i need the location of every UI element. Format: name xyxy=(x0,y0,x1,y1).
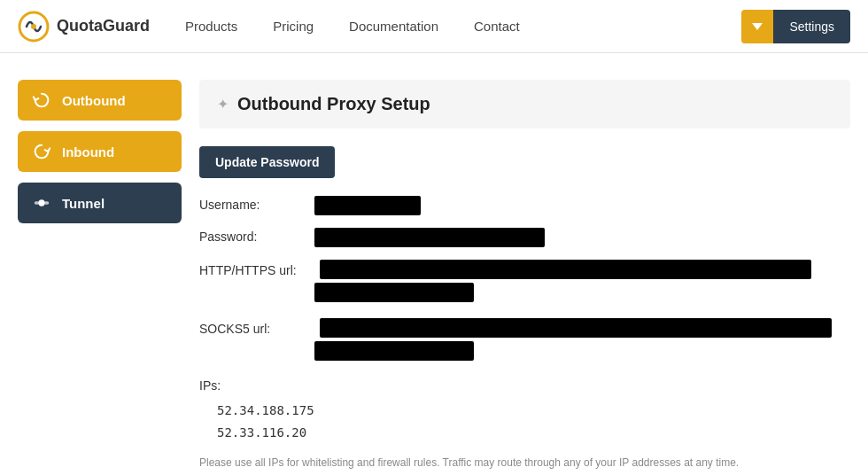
ip-address-1: 52.34.188.175 xyxy=(199,400,850,422)
outbound-label: Outbound xyxy=(62,93,126,108)
content-header-icon: ✦ xyxy=(217,96,229,113)
svg-marker-2 xyxy=(752,23,763,30)
socks5-value-line1 xyxy=(320,318,832,338)
ips-section: IPs: 52.34.188.175 52.33.116.20 xyxy=(199,378,850,444)
password-label: Password: xyxy=(199,228,314,244)
main-nav: Products Pricing Documentation Contact xyxy=(185,19,741,34)
update-password-button[interactable]: Update Password xyxy=(199,146,335,178)
ips-label: IPs: xyxy=(199,378,850,393)
content-title: Outbound Proxy Setup xyxy=(237,94,430,114)
nav-products[interactable]: Products xyxy=(185,19,237,34)
http-value-line2 xyxy=(314,283,474,302)
password-row: Password: xyxy=(199,228,850,247)
main-layout: Outbound Inbound Tunnel ✦ Outbound Proxy… xyxy=(0,53,868,475)
svg-rect-5 xyxy=(44,201,50,205)
ip-address-2: 52.33.116.20 xyxy=(199,422,850,444)
http-label: HTTP/HTTPS url: xyxy=(199,261,314,277)
svg-point-3 xyxy=(38,199,44,206)
nav-documentation[interactable]: Documentation xyxy=(349,19,438,34)
socks5-row: SOCKS5 url: xyxy=(199,318,850,364)
http-value-line1 xyxy=(320,260,811,279)
svg-rect-4 xyxy=(35,201,40,205)
header: QuotaGuard Products Pricing Documentatio… xyxy=(0,0,868,53)
logo-area: QuotaGuard xyxy=(18,11,150,43)
socks5-value-line2 xyxy=(314,341,474,361)
nav-pricing[interactable]: Pricing xyxy=(273,19,314,34)
logo-text: QuotaGuard xyxy=(57,17,150,35)
http-row: HTTP/HTTPS url: xyxy=(199,260,850,306)
logo-icon xyxy=(18,11,50,43)
username-row: Username: xyxy=(199,196,850,215)
tunnel-icon xyxy=(32,193,51,213)
tunnel-label: Tunnel xyxy=(62,196,105,211)
inbound-label: Inbound xyxy=(62,144,114,160)
sidebar-item-tunnel[interactable]: Tunnel xyxy=(18,183,182,223)
sidebar-item-inbound[interactable]: Inbound xyxy=(18,131,182,172)
svg-point-1 xyxy=(31,24,36,29)
content-header: ✦ Outbound Proxy Setup xyxy=(199,80,850,128)
content-area: ✦ Outbound Proxy Setup Update Password U… xyxy=(199,80,850,469)
username-label: Username: xyxy=(199,196,314,212)
inbound-icon xyxy=(32,142,51,161)
nav-contact[interactable]: Contact xyxy=(474,19,520,34)
password-value xyxy=(314,228,545,247)
username-value xyxy=(314,196,421,215)
sidebar-item-outbound[interactable]: Outbound xyxy=(18,80,182,121)
sidebar: Outbound Inbound Tunnel xyxy=(18,80,182,469)
socks5-label: SOCKS5 url: xyxy=(199,320,314,336)
outbound-icon xyxy=(32,90,51,110)
footer-note: Please use all IPs for whitelisting and … xyxy=(199,456,850,469)
settings-button[interactable]: Settings xyxy=(773,10,850,43)
dropdown-button[interactable] xyxy=(741,10,773,43)
header-right: Settings xyxy=(741,10,850,43)
